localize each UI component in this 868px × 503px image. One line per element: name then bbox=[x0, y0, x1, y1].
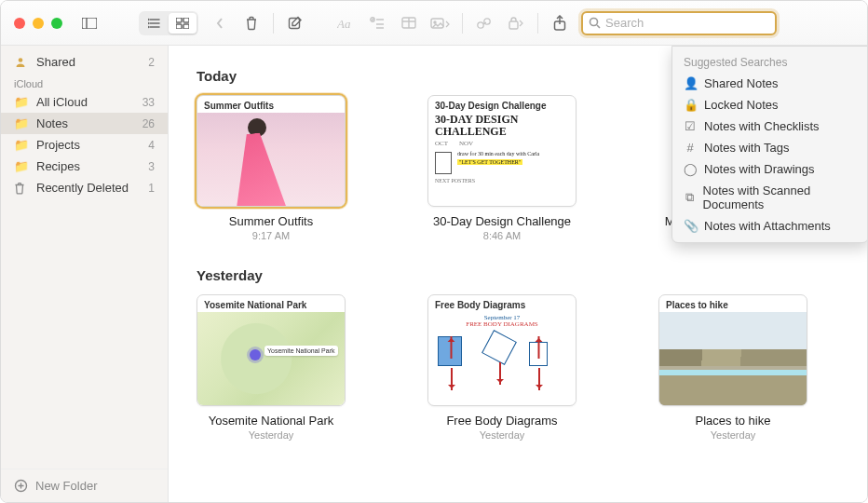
table-button[interactable] bbox=[395, 11, 423, 35]
note-thumbnail[interactable]: Summer Outfits bbox=[197, 95, 346, 207]
note-thumbnail[interactable]: Free Body Diagrams September 17FREE BODY… bbox=[427, 294, 576, 406]
sidebar-item-recently-deleted[interactable]: Recently Deleted 1 bbox=[1, 177, 168, 198]
sidebar-item-count: 26 bbox=[142, 117, 155, 130]
media-button[interactable] bbox=[427, 11, 454, 35]
new-folder-button[interactable]: New Folder bbox=[1, 469, 168, 502]
shared-icon bbox=[14, 56, 29, 69]
folder-icon: 📁 bbox=[14, 138, 29, 152]
note-timestamp: 8:46 AM bbox=[483, 230, 521, 241]
scan-icon: ⧉ bbox=[684, 190, 696, 205]
shared-icon: 👤 bbox=[684, 76, 697, 90]
svg-point-27 bbox=[590, 19, 598, 26]
window-minimize-button[interactable] bbox=[33, 18, 44, 29]
format-text-button[interactable]: Aa bbox=[332, 11, 359, 35]
svg-rect-10 bbox=[176, 24, 182, 29]
note-title: 30-Day Design Challenge bbox=[433, 214, 571, 228]
note-thumbnail-image bbox=[659, 312, 807, 405]
toggle-sidebar-button[interactable] bbox=[75, 11, 103, 35]
search-icon bbox=[589, 17, 601, 29]
list-view-button[interactable] bbox=[141, 13, 169, 34]
search-field[interactable] bbox=[581, 11, 777, 35]
popover-item-label: Notes with Checklists bbox=[704, 119, 820, 133]
popover-item-label: Notes with Tags bbox=[704, 141, 790, 155]
popover-item-label: Notes with Scanned Documents bbox=[703, 184, 857, 211]
sidebar-item-projects[interactable]: 📁 Projects 4 bbox=[1, 134, 168, 156]
note-card[interactable]: Free Body Diagrams September 17FREE BODY… bbox=[427, 294, 576, 441]
thumb-title: Yosemite National Park bbox=[197, 295, 345, 313]
plus-circle-icon bbox=[14, 479, 28, 493]
note-card[interactable]: Summer Outfits Summer Outfits 9:17 AM bbox=[197, 95, 346, 241]
folder-icon: 📁 bbox=[14, 95, 29, 109]
svg-rect-25 bbox=[509, 21, 518, 29]
section-title-yesterday: Yesterday bbox=[197, 267, 839, 283]
folder-icon: 📁 bbox=[14, 116, 29, 130]
svg-rect-11 bbox=[183, 24, 189, 29]
thumb-title: Places to hike bbox=[659, 295, 807, 313]
link-note-button[interactable] bbox=[470, 11, 498, 35]
svg-rect-9 bbox=[183, 18, 189, 22]
note-title: Places to hike bbox=[696, 414, 771, 428]
note-title: Free Body Diagrams bbox=[446, 414, 557, 428]
suggested-attachments[interactable]: 📎Notes with Attachments bbox=[672, 215, 867, 237]
note-timestamp: 9:17 AM bbox=[252, 230, 290, 241]
sidebar-item-count: 2 bbox=[148, 56, 155, 69]
svg-rect-8 bbox=[176, 18, 182, 22]
popover-item-label: Locked Notes bbox=[704, 98, 779, 112]
sidebar-item-count: 33 bbox=[142, 96, 155, 109]
new-note-button[interactable] bbox=[281, 11, 309, 35]
tag-icon: # bbox=[684, 141, 697, 155]
window-close-button[interactable] bbox=[14, 18, 25, 29]
suggested-checklists[interactable]: ☑Notes with Checklists bbox=[672, 116, 867, 137]
note-thumbnail[interactable]: Places to hike bbox=[658, 294, 807, 406]
suggested-tags[interactable]: #Notes with Tags bbox=[672, 137, 867, 158]
note-card[interactable]: Yosemite National Park Yosemite National… bbox=[197, 294, 346, 441]
popover-item-label: Notes with Drawings bbox=[704, 162, 815, 176]
new-folder-label: New Folder bbox=[35, 479, 97, 493]
suggested-shared-notes[interactable]: 👤Shared Notes bbox=[672, 73, 867, 94]
svg-point-5 bbox=[148, 19, 149, 20]
thumb-title: 30-Day Design Challenge bbox=[428, 96, 576, 114]
note-card[interactable]: Places to hike Places to hike Yesterday bbox=[658, 294, 807, 441]
note-title: Yosemite National Park bbox=[209, 414, 334, 428]
suggested-drawings[interactable]: ◯Notes with Drawings bbox=[672, 158, 867, 180]
svg-text:Aa: Aa bbox=[337, 17, 351, 30]
popover-item-label: Notes with Attachments bbox=[704, 219, 831, 233]
suggested-scanned[interactable]: ⧉Notes with Scanned Documents bbox=[672, 180, 867, 215]
sidebar-item-label: Notes bbox=[36, 116, 68, 130]
note-thumbnail[interactable]: 30-Day Design Challenge 30-DAY DESIGN CH… bbox=[427, 95, 576, 207]
note-timestamp: Yesterday bbox=[249, 429, 294, 441]
share-button[interactable] bbox=[546, 11, 574, 35]
svg-line-28 bbox=[597, 25, 600, 28]
popover-item-label: Shared Notes bbox=[704, 76, 779, 90]
gallery-view-button[interactable] bbox=[169, 13, 197, 34]
note-timestamp: Yesterday bbox=[711, 429, 756, 441]
popover-header: Suggested Searches bbox=[672, 52, 867, 73]
sidebar-item-label: Shared bbox=[36, 55, 75, 69]
suggested-locked-notes[interactable]: 🔒Locked Notes bbox=[672, 94, 867, 116]
delete-button[interactable] bbox=[237, 11, 265, 35]
drawing-icon: ◯ bbox=[684, 162, 697, 176]
sidebar-shared[interactable]: Shared 2 bbox=[1, 51, 168, 73]
sidebar-item-count: 4 bbox=[148, 139, 155, 152]
view-mode-segment[interactable] bbox=[139, 11, 198, 35]
nav-back-button[interactable] bbox=[206, 11, 234, 35]
svg-point-22 bbox=[434, 21, 436, 23]
search-input[interactable] bbox=[605, 16, 769, 30]
svg-point-29 bbox=[19, 58, 23, 62]
sidebar-item-label: Recently Deleted bbox=[36, 181, 129, 195]
lock-button[interactable] bbox=[502, 11, 530, 35]
sidebar-item-label: Projects bbox=[36, 138, 80, 152]
note-thumbnail[interactable]: Yosemite National Park Yosemite National… bbox=[197, 294, 346, 406]
sidebar-item-notes[interactable]: 📁 Notes 26 bbox=[1, 113, 168, 134]
sidebar-section-icloud: iCloud bbox=[1, 73, 168, 91]
svg-point-6 bbox=[148, 22, 149, 23]
checklist-button[interactable] bbox=[363, 11, 391, 35]
attachment-icon: 📎 bbox=[684, 219, 697, 233]
sidebar-item-all-icloud[interactable]: 📁 All iCloud 33 bbox=[1, 91, 168, 113]
window-zoom-button[interactable] bbox=[51, 18, 62, 29]
sidebar-item-label: All iCloud bbox=[36, 95, 88, 109]
note-card[interactable]: 30-Day Design Challenge 30-DAY DESIGN CH… bbox=[427, 95, 576, 241]
note-thumbnail-image: 30-DAY DESIGN CHALLENGE OCTNOV draw for … bbox=[428, 114, 576, 184]
thumb-title: Summer Outfits bbox=[197, 96, 345, 114]
sidebar-item-recipes[interactable]: 📁 Recipes 3 bbox=[1, 156, 168, 177]
